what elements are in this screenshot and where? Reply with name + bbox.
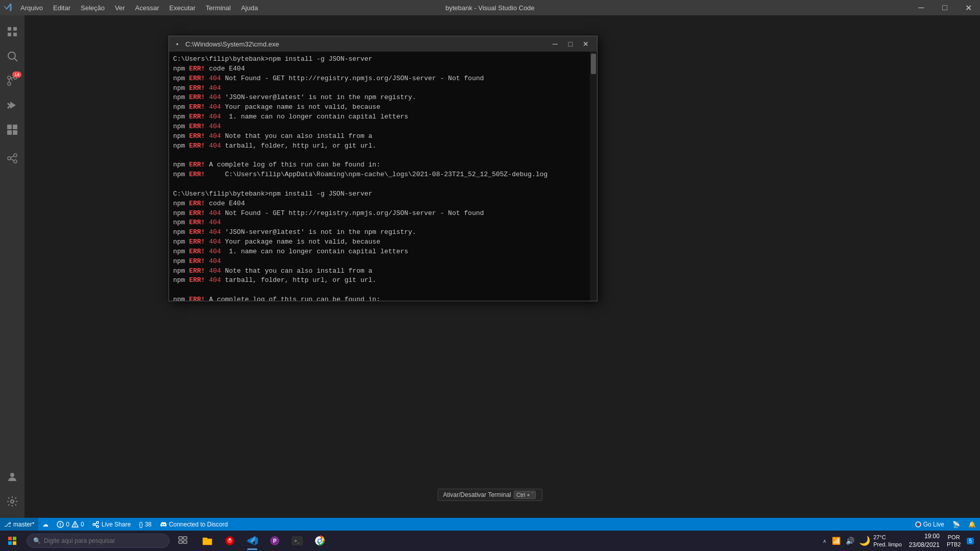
cmd-icon: ▪ [173, 40, 181, 48]
svg-rect-8 [13, 130, 17, 135]
lang-code: POR [947, 534, 961, 541]
svg-rect-31 [13, 541, 16, 545]
taskbar-task-view[interactable] [172, 531, 194, 551]
taskbar-file-explorer[interactable] [196, 531, 219, 551]
menu-editar[interactable]: Editar [48, 0, 76, 15]
cmd-close[interactable]: ✕ [579, 38, 593, 50]
cmd-line: npm ERR! 404 [173, 122, 586, 132]
clock-date: 23/08/2021 [909, 541, 940, 549]
weather-widget[interactable]: 🌙 27°C Pred. limpo [856, 534, 905, 548]
cmd-title-bar: ▪ C:\Windows\System32\cmd.exe ─ □ ✕ [169, 36, 597, 52]
language-indicator[interactable]: POR PTB2 [944, 534, 964, 548]
go-live-label: Go Live [923, 521, 944, 528]
notification-center[interactable]: 5 [964, 538, 976, 544]
cmd-scrollbar[interactable] [590, 52, 597, 301]
cmd-line: npm ERR! A complete log of this run can … [173, 160, 586, 170]
tray-expand[interactable]: ∧ [821, 538, 828, 544]
sys-tray: ∧ 📶 🔊 [821, 537, 856, 545]
status-bell[interactable]: 🔔 [964, 521, 980, 528]
live-share-icon [92, 521, 100, 528]
menu-ajuda[interactable]: Ajuda [236, 0, 263, 15]
tray-wifi[interactable]: 📶 [830, 537, 842, 545]
cmd-title-text: C:\Windows\System32\cmd.exe [185, 40, 547, 48]
tooltip-bar: Ativar/Desativar Terminal Ctrl + ` [438, 489, 543, 501]
svg-line-1 [15, 59, 18, 62]
taskbar-app-red[interactable] [219, 531, 241, 551]
svg-point-46 [319, 540, 321, 542]
activity-run[interactable] [0, 93, 25, 117]
maximize-button[interactable]: □ [933, 0, 957, 15]
cmd-line: npm ERR! 404 [173, 218, 586, 228]
svg-point-0 [8, 52, 15, 59]
svg-text:P: P [273, 538, 277, 544]
status-sync[interactable]: ☁ [38, 518, 53, 531]
activity-source-control[interactable]: 14 [0, 68, 25, 93]
activity-settings[interactable] [0, 489, 25, 514]
search-input[interactable] [44, 537, 146, 544]
line-col-label: {} 38 [139, 521, 152, 528]
cmd-line: npm ERR! 404 Your package name is not va… [173, 103, 586, 112]
menu-selecao[interactable]: Seleção [76, 0, 110, 15]
status-errors[interactable]: 0 0 [53, 518, 88, 531]
status-go-live[interactable]: Go Live [911, 521, 948, 528]
cmd-line: npm ERR! 404 'JSON-server@latest' is not… [173, 228, 586, 237]
activity-search[interactable] [0, 44, 25, 68]
menu-executar[interactable]: Executar [164, 0, 201, 15]
svg-point-15 [11, 500, 14, 503]
svg-point-4 [8, 82, 11, 85]
svg-rect-7 [7, 130, 12, 135]
cmd-window[interactable]: ▪ C:\Windows\System32\cmd.exe ─ □ ✕ C:\U… [169, 36, 597, 301]
notification-count: 5 [967, 538, 974, 544]
cmd-line: npm ERR! code E404 [173, 64, 586, 74]
svg-point-38 [229, 538, 231, 540]
svg-point-21 [97, 521, 99, 523]
status-live-share[interactable]: Live Share [88, 518, 135, 531]
status-broadcast[interactable]: 📡 [948, 521, 964, 528]
menu-ver[interactable]: Ver [110, 0, 130, 15]
svg-point-14 [10, 473, 14, 477]
status-discord[interactable]: Connected to Discord [156, 518, 232, 531]
activity-explorer[interactable] [0, 19, 25, 44]
menu-arquivo[interactable]: Arquivo [15, 0, 48, 15]
status-bar: ⎇ master* ☁ 0 0 Live Share {} 38 [0, 518, 980, 531]
search-box[interactable]: 🔍 [27, 534, 170, 548]
cmd-scroll-thumb[interactable] [591, 54, 596, 74]
menu-terminal[interactable]: Terminal [201, 0, 236, 15]
svg-rect-30 [8, 541, 12, 545]
cmd-maximize[interactable]: □ [563, 38, 578, 50]
discord-icon [160, 521, 167, 528]
minimize-button[interactable]: ─ [910, 0, 933, 15]
activity-extensions[interactable] [0, 117, 25, 142]
broadcast-icon: 📡 [952, 521, 960, 528]
svg-point-18 [60, 525, 61, 526]
status-line-col[interactable]: {} 38 [135, 518, 156, 531]
activity-account[interactable] [0, 465, 25, 489]
cmd-line: C:\Users\filip\bytebank>npm install -g J… [173, 55, 586, 64]
search-icon: 🔍 [33, 537, 41, 544]
branch-name: master* [13, 521, 34, 528]
svg-point-20 [75, 526, 76, 527]
taskbar-chrome[interactable] [308, 531, 331, 551]
taskbar-app-purple[interactable]: P [264, 531, 286, 551]
cmd-content[interactable]: C:\Users\filip\bytebank>npm install -g J… [169, 52, 590, 301]
taskbar-vscode[interactable] [241, 531, 264, 551]
cmd-controls: ─ □ ✕ [547, 38, 593, 50]
taskbar-terminal[interactable]: >_ [286, 531, 308, 551]
clock-widget[interactable]: 19:00 23/08/2021 [905, 532, 944, 549]
svg-point-10 [8, 157, 11, 160]
status-branch[interactable]: ⎇ master* [0, 518, 38, 531]
activity-live-share[interactable] [0, 146, 25, 171]
cmd-minimize[interactable]: ─ [548, 38, 562, 50]
start-button[interactable] [0, 531, 25, 551]
go-live-icon [915, 521, 921, 528]
error-icon [57, 521, 64, 528]
tray-sound[interactable]: 🔊 [844, 537, 856, 545]
temperature: 27°C [873, 534, 902, 541]
menu-acessar[interactable]: Acessar [130, 0, 164, 15]
live-share-label: Live Share [102, 521, 131, 528]
cmd-line: npm ERR! 404 [173, 84, 586, 93]
title-bar: Arquivo Editar Seleção Ver Acessar Execu… [0, 0, 980, 15]
close-button[interactable]: ✕ [957, 0, 980, 15]
vscode-window: Arquivo Editar Seleção Ver Acessar Execu… [0, 0, 980, 531]
warning-icon [71, 521, 79, 528]
